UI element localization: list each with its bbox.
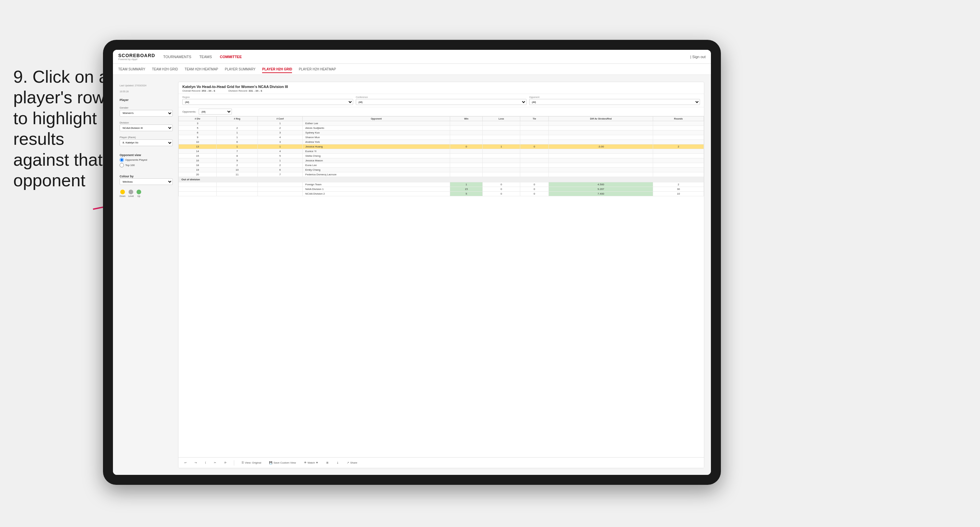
table-cell: 5 (450, 192, 483, 196)
watch-btn[interactable]: 👁 Watch ▼ (302, 460, 321, 465)
table-cell (653, 149, 704, 154)
table-cell: 1 (216, 130, 258, 135)
table-cell (549, 154, 653, 159)
filter-region-select[interactable]: (All) (182, 99, 353, 105)
table-cell: 19 (179, 168, 216, 172)
sub-nav-team-summary[interactable]: TEAM SUMMARY (118, 66, 145, 72)
save-custom-btn[interactable]: 💾 Save Custom View (267, 460, 298, 465)
table-cell (258, 192, 303, 196)
table-cell: 2 (216, 126, 258, 130)
table-cell (216, 187, 258, 192)
gender-group: Gender Women's (119, 104, 173, 117)
table-row[interactable]: 1311Jessica Huang010-3.002 (179, 144, 704, 149)
opponents-select[interactable]: (All) (199, 109, 232, 114)
table-cell (179, 182, 216, 187)
table-cell: 13 (179, 144, 216, 149)
step-back-btn[interactable]: ⟨ (203, 460, 208, 465)
filter-opponent-select[interactable]: (All) (529, 99, 700, 105)
table-cell (450, 140, 483, 144)
logo: SCOREBOARD Powered by clippd (118, 53, 155, 60)
out-of-division-row[interactable]: Foreign Team1004.5002 (179, 182, 704, 187)
table-cell: 10 (179, 140, 216, 144)
share-btn[interactable]: ↗ Share (345, 460, 359, 465)
table-cell (483, 140, 520, 144)
sub-nav-team-h2h-heatmap[interactable]: TEAM H2H HEATMAP (185, 66, 218, 72)
scissors-btn[interactable]: ✂ (212, 460, 218, 465)
table-cell: 9.267 (549, 187, 653, 192)
table-row[interactable]: 19106Emily Chang (179, 168, 704, 172)
sub-nav-player-h2h-heatmap[interactable]: PLAYER H2H HEATMAP (299, 66, 336, 72)
table-cell: 0 (520, 187, 549, 192)
table-cell: 2 (258, 163, 303, 168)
table-cell: 3 (179, 121, 216, 126)
legend-dot-level (129, 190, 133, 194)
redo-btn[interactable]: ↪ (192, 460, 199, 465)
table-row[interactable]: 522Alexis Sudjianto (179, 126, 704, 130)
table-cell (520, 154, 549, 159)
table-row[interactable]: 613Sydney Kuo (179, 130, 704, 135)
table-cell (549, 163, 653, 168)
table-row[interactable]: 914Sharon Mun (179, 135, 704, 140)
sub-nav-player-summary[interactable]: PLAYER SUMMARY (225, 66, 256, 72)
view-original-btn[interactable]: ☰ View: Original (240, 460, 263, 465)
nav-committee[interactable]: COMMITTEE (220, 54, 242, 60)
layout-btn[interactable]: ⊞ (324, 460, 331, 465)
table-row[interactable]: 20117Federica Domecq Lacroze (179, 172, 704, 177)
table-row[interactable]: 1691Jessica Mason (179, 159, 704, 163)
table-cell (258, 182, 303, 187)
table-cell: 5 (258, 154, 303, 159)
sub-nav-team-h2h-grid[interactable]: TEAM H2H GRID (152, 66, 178, 72)
grid-header: Katelyn Vo Head-to-Head Grid for Women's… (178, 82, 704, 94)
export-btn[interactable]: ⤓ (334, 460, 341, 465)
player-section-label: Player (119, 98, 173, 102)
division-dropdown[interactable]: NCAA Division III (119, 125, 173, 131)
filter-opponent-label: Opponent (529, 96, 700, 98)
undo-btn[interactable]: ↩ (182, 460, 189, 465)
grid-title: Katelyn Vo Head-to-Head Grid for Women's… (182, 85, 700, 89)
table-cell (450, 154, 483, 159)
nav-teams[interactable]: TEAMS (199, 54, 212, 60)
table-cell (549, 126, 653, 130)
legend-dot-up (137, 190, 141, 194)
colour-by-dropdown[interactable]: Win/loss (119, 178, 173, 185)
sub-nav-player-h2h-grid[interactable]: PLAYER H2H GRID (262, 66, 292, 73)
out-of-division-row[interactable]: NCAA Division 25007.40010 (179, 192, 704, 196)
table-cell (450, 172, 483, 177)
col-win: Win (450, 117, 483, 121)
table-cell: 18 (179, 163, 216, 168)
gender-dropdown[interactable]: Women's (119, 110, 173, 117)
table-cell (520, 163, 549, 168)
last-updated-time: 16:55:28 (119, 90, 129, 93)
out-of-division-row[interactable]: NAIA Division 115009.26730 (179, 187, 704, 192)
table-cell: 1 (483, 144, 520, 149)
table-cell (216, 192, 258, 196)
col-loss: Loss (483, 117, 520, 121)
table-cell: 0 (483, 192, 520, 196)
radio-top100[interactable]: Top 100 (119, 163, 173, 167)
player-rank-dropdown[interactable]: 8. Katelyn Vo (119, 140, 173, 146)
radio-opponents-played[interactable]: Opponents Played (119, 158, 173, 162)
table-cell: Federica Domecq Lacroze (303, 172, 450, 177)
table-row[interactable]: 31Esther Lee (179, 121, 704, 126)
table-cell (216, 182, 258, 187)
table-cell (549, 149, 653, 154)
table-row[interactable]: 1822Euna Lee (179, 163, 704, 168)
table-cell: 0 (520, 182, 549, 187)
table-cell (483, 168, 520, 172)
table-cell (653, 135, 704, 140)
last-updated-label: Last Updated: 27/03/2024 (119, 84, 146, 87)
nav-tournaments[interactable]: TOURNAMENTS (163, 54, 191, 60)
legend: Down Level Up (119, 190, 173, 197)
table-row[interactable]: 1474Eunice Yi (179, 149, 704, 154)
table-cell: 6 (179, 130, 216, 135)
filter-conference-select[interactable]: (All) (356, 99, 527, 105)
table-row[interactable]: 1063Andrea York (179, 140, 704, 144)
table-row[interactable]: 1585Stella Cheng (179, 154, 704, 159)
nav-sign-out[interactable]: | Sign out (690, 55, 706, 59)
filter-row: Region (All) Conference (All) Opponent (178, 94, 704, 107)
opponent-view: Opponent view Opponents Played Top 100 (119, 151, 173, 167)
table-cell: 10 (216, 168, 258, 172)
opponents-label: Opponents: (182, 110, 196, 113)
col-diff: Diff Av Strokes/Rnd (549, 117, 653, 121)
refresh-btn[interactable]: ⟳ (222, 460, 229, 465)
